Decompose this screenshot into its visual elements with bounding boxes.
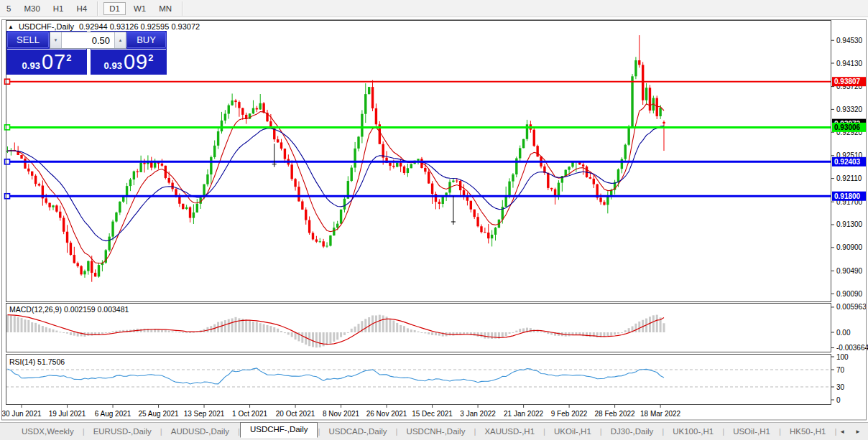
svg-text:3 Jan 2022: 3 Jan 2022 — [460, 410, 496, 418]
svg-text:9 Feb 2022: 9 Feb 2022 — [551, 410, 588, 418]
tab-usdchf-daily[interactable]: USDCHF-,Daily — [240, 422, 318, 438]
svg-text:0.93006: 0.93006 — [834, 123, 861, 131]
one-click-trading-panel: SELL 0.93 07 2 BUY 0.93 09 2 ▼ ▲ — [6, 31, 167, 75]
svg-text:13 Sep 2021: 13 Sep 2021 — [184, 410, 225, 418]
tab-usdx-weekly[interactable]: USDX,Weekly — [13, 425, 83, 438]
chart-title: ▲ USDCHF-,Daily 0.92944 0.93126 0.92595 … — [8, 22, 200, 31]
rsi-value: 51.7506 — [37, 357, 65, 366]
collapse-triangle-icon[interactable]: ▲ — [8, 24, 14, 30]
tab-hk50-h1[interactable]: HK50-,H1 — [781, 425, 835, 438]
buy-price-sup: 2 — [148, 52, 153, 63]
tab-xauusd-h1[interactable]: XAUUSD-,H1 — [476, 425, 543, 438]
rsi-name: RSI(14) — [9, 357, 35, 366]
date-axis: 30 Jun 202119 Jul 20216 Aug 202125 Aug 2… — [2, 404, 681, 418]
tab-scroll-arrows: ◄► — [839, 429, 861, 435]
svg-text:30: 30 — [836, 383, 845, 391]
macd-values: 0.002159 0.003481 — [64, 305, 129, 314]
svg-text:18 Mar 2022: 18 Mar 2022 — [640, 410, 681, 418]
buy-button[interactable]: BUY — [126, 32, 166, 48]
volume-spinner: ▼ ▲ — [50, 32, 126, 49]
tab-dj30-daily[interactable]: DJ30-,Daily — [602, 425, 662, 438]
level-price-label[interactable]: 0.92403 — [832, 157, 867, 167]
tab-usdcad-daily[interactable]: USDCAD-,Daily — [320, 425, 395, 438]
svg-text:15 Dec 2021: 15 Dec 2021 — [412, 410, 453, 418]
svg-text:0.91300: 0.91300 — [836, 220, 863, 228]
chart-symbol: USDCHF-,Daily — [19, 22, 74, 31]
rsi-panel: 10070300 — [6, 353, 849, 404]
sell-price-prefix: 0.93 — [22, 60, 40, 71]
svg-text:28 Feb 2022: 28 Feb 2022 — [595, 410, 636, 418]
svg-text:26 Nov 2021: 26 Nov 2021 — [366, 410, 407, 418]
buy-price-big: 09 — [124, 51, 148, 72]
chart-tab-bar: USDX,Weekly|EURUSD-,Daily|AUDUSD-,Daily|… — [0, 422, 868, 440]
svg-text:-0.003664: -0.003664 — [836, 344, 868, 352]
mt4-window: 5M30H1H4D1W1MN 0.945300.941300.937200.93… — [0, 0, 868, 440]
svg-text:19 Jul 2021: 19 Jul 2021 — [49, 410, 86, 418]
tab-eurusd-daily[interactable]: EURUSD-,Daily — [85, 425, 160, 438]
svg-text:21 Jan 2022: 21 Jan 2022 — [504, 410, 543, 418]
volume-increase-button[interactable]: ▲ — [114, 32, 126, 48]
tab-usoil-h1[interactable]: USOil-,H1 — [724, 425, 779, 438]
svg-text:0.005963: 0.005963 — [836, 303, 867, 311]
chart-ohlc: 0.92944 0.93126 0.92595 0.93072 — [79, 22, 200, 31]
buy-price: 0.93 09 2 — [91, 50, 167, 75]
macd-name: MACD(12,26,9) — [9, 305, 62, 314]
buy-price-prefix: 0.93 — [104, 60, 122, 71]
level-price-label[interactable]: 0.91800 — [832, 192, 867, 201]
svg-text:8 Nov 2021: 8 Nov 2021 — [323, 410, 360, 418]
tab-scroll-left-icon[interactable]: ◄ — [839, 429, 845, 435]
tab-usdcnh-daily[interactable]: USDCNH-,Daily — [398, 425, 474, 438]
tab-separator: | — [834, 427, 836, 436]
svg-text:100: 100 — [836, 353, 849, 361]
svg-text:0.93320: 0.93320 — [836, 106, 863, 113]
svg-text:0.93807: 0.93807 — [834, 78, 861, 85]
svg-text:0.90900: 0.90900 — [836, 243, 863, 251]
svg-text:1 Oct 2021: 1 Oct 2021 — [232, 410, 267, 418]
svg-text:70: 70 — [836, 366, 845, 374]
sell-price: 0.93 07 2 — [6, 50, 87, 75]
svg-text:6 Aug 2021: 6 Aug 2021 — [95, 410, 131, 418]
macd-panel: 0.0059630.00-0.003664 — [6, 303, 868, 352]
svg-text:30 Jun 2021: 30 Jun 2021 — [2, 410, 42, 418]
volume-decrease-button[interactable]: ▼ — [50, 32, 62, 48]
price-axis: 0.945300.941300.937200.933200.929200.925… — [831, 37, 863, 298]
svg-text:0: 0 — [836, 396, 841, 404]
svg-text:0.90490: 0.90490 — [836, 267, 863, 275]
svg-text:20 Oct 2021: 20 Oct 2021 — [276, 410, 315, 418]
volume-input[interactable] — [62, 32, 114, 48]
horizontal-level-lines[interactable] — [5, 79, 831, 199]
svg-text:0.90090: 0.90090 — [836, 290, 863, 298]
sell-price-sup: 2 — [66, 52, 71, 63]
macd-label: MACD(12,26,9) 0.002159 0.003481 — [9, 305, 129, 314]
tab-scroll-right-icon[interactable]: ► — [855, 429, 861, 435]
svg-text:0.92403: 0.92403 — [834, 158, 861, 166]
svg-text:25 Aug 2021: 25 Aug 2021 — [138, 410, 179, 418]
level-price-label[interactable]: 0.93006 — [832, 123, 867, 132]
svg-text:0.00: 0.00 — [836, 329, 851, 337]
svg-text:0.94530: 0.94530 — [836, 37, 863, 45]
level-price-label[interactable]: 0.93807 — [832, 77, 867, 86]
svg-text:0.92110: 0.92110 — [836, 174, 862, 182]
svg-text:0.94130: 0.94130 — [836, 60, 863, 67]
tab-audusd-daily[interactable]: AUDUSD-,Daily — [162, 425, 238, 438]
tab-uk100-h1[interactable]: UK100-,H1 — [664, 425, 722, 438]
rsi-label: RSI(14) 51.7506 — [9, 357, 65, 366]
sell-price-big: 07 — [42, 51, 66, 72]
tab-ukoil-h1[interactable]: UKOil-,H1 — [545, 425, 600, 438]
svg-text:0.91800: 0.91800 — [834, 192, 861, 200]
sell-button[interactable]: SELL — [7, 32, 49, 48]
